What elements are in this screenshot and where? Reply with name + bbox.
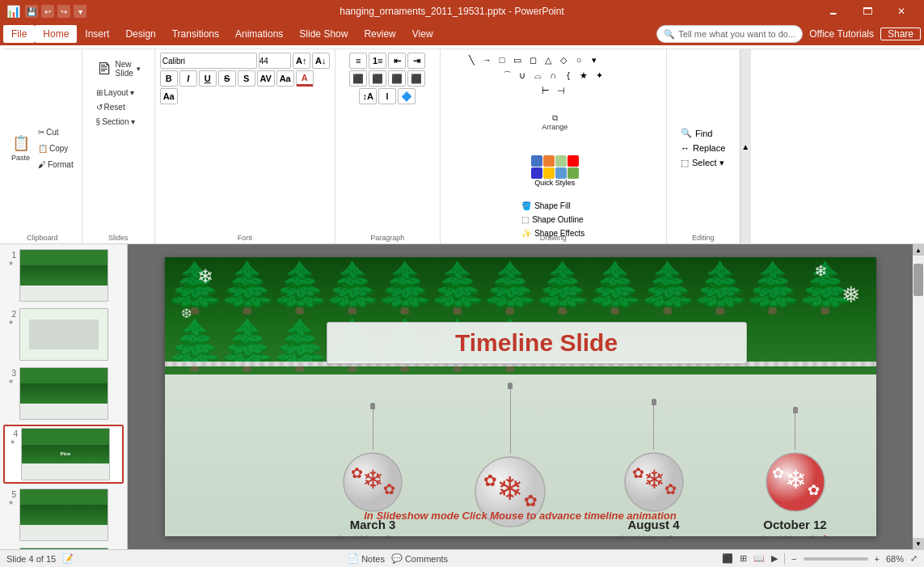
minimize-button[interactable]: 🗕 — [817, 0, 850, 23]
reset-button[interactable]: ↺Reset — [93, 99, 129, 114]
menu-transitions[interactable]: Transitions — [164, 25, 227, 43]
vertical-scrollbar[interactable]: ▲ ▼ — [913, 244, 924, 549]
format-painter-button[interactable]: 🖌Format — [35, 157, 77, 171]
shape-more[interactable]: ▾ — [587, 53, 601, 67]
fit-window-button[interactable]: ⤢ — [910, 553, 918, 564]
decrease-font-button[interactable]: A↓ — [312, 53, 330, 69]
align-center-button[interactable]: ⬛ — [369, 70, 386, 87]
shape-line[interactable]: ╲ — [464, 53, 479, 67]
align-right-button[interactable]: ⬛ — [388, 70, 406, 87]
zoom-plus-button[interactable]: + — [875, 554, 880, 564]
clear-format-button[interactable]: Aa — [160, 88, 178, 104]
menu-design[interactable]: Design — [117, 25, 163, 43]
tell-me-input[interactable]: 🔍 Tell me what you want to do... — [656, 25, 803, 43]
new-slide-button[interactable]: 🖹 NewSlide ▾ — [93, 53, 144, 85]
menu-view[interactable]: View — [404, 25, 441, 43]
comments-button[interactable]: 💬 Comments — [391, 553, 448, 564]
save-icon[interactable]: 💾 — [25, 5, 38, 18]
shape-bracket1[interactable]: { — [561, 68, 576, 83]
undo-icon[interactable]: ↩ — [41, 5, 54, 18]
shape-curve2[interactable]: ∪ — [515, 68, 530, 83]
scroll-thumb[interactable] — [913, 264, 923, 296]
text-columns-button[interactable]: ⁞ — [378, 88, 396, 104]
scroll-down-button[interactable]: ▼ — [913, 538, 924, 549]
bold-button[interactable]: B — [160, 70, 178, 87]
new-slide-dropdown[interactable]: ▾ — [137, 65, 141, 73]
view-reading-button[interactable]: 📖 — [753, 553, 765, 564]
shape-triangle[interactable]: △ — [541, 53, 555, 67]
increase-font-button[interactable]: A↑ — [293, 53, 310, 69]
shape-arrow[interactable]: → — [479, 53, 494, 67]
align-left-button[interactable]: ⬛ — [349, 70, 367, 87]
slide-thumb-2[interactable]: 2 ★ — [3, 307, 124, 362]
slide-thumb-3[interactable]: 3 ★ — [3, 366, 124, 421]
collapse-ribbon-button[interactable]: ▲ — [740, 49, 751, 243]
zoom-slider[interactable] — [804, 557, 868, 561]
shape-outline-button[interactable]: ⬚ Shape Outline — [518, 214, 588, 226]
font-color-button[interactable]: A — [296, 70, 314, 87]
strikethrough-button[interactable]: S — [218, 70, 236, 87]
quick-styles-button[interactable]: Quick Styles — [528, 146, 582, 195]
paste-button[interactable]: 📋 Paste — [8, 124, 33, 172]
numbered-list-button[interactable]: 1≡ — [369, 53, 386, 69]
slide-thumb-5[interactable]: 5 ★ — [3, 487, 124, 543]
slide-thumb-4[interactable]: 4 ★ Pine — [3, 425, 124, 484]
shape-smallshape2[interactable]: ⊣ — [554, 83, 568, 98]
shape-fill-button[interactable]: 🪣 Shape Fill — [518, 200, 588, 212]
change-case-button[interactable]: Aa — [276, 70, 294, 87]
shape-more2[interactable]: ✦ — [592, 68, 606, 83]
menu-home[interactable]: Home — [35, 25, 77, 43]
shape-star[interactable]: ★ — [576, 68, 591, 83]
shape-curve4[interactable]: ∩ — [546, 68, 560, 83]
menu-insert[interactable]: Insert — [77, 25, 117, 43]
share-button[interactable]: Share — [880, 28, 921, 40]
view-slide-sorter-button[interactable]: ⊞ — [740, 553, 747, 564]
view-slideshow-button[interactable]: ▶ — [771, 553, 778, 564]
redo-icon[interactable]: ↪ — [57, 5, 70, 18]
underline-button[interactable]: U — [199, 70, 217, 87]
scroll-track[interactable] — [913, 256, 924, 538]
menu-slideshow[interactable]: Slide Show — [291, 25, 356, 43]
slide-thumb-1[interactable]: 1 ★ — [3, 248, 124, 303]
menu-review[interactable]: Review — [356, 25, 403, 43]
select-button[interactable]: ⬚ Select ▾ — [676, 156, 730, 170]
shape-smallshape1[interactable]: ⊢ — [538, 83, 553, 98]
copy-button[interactable]: 📋Copy — [35, 141, 77, 155]
office-tutorials-link[interactable]: Office Tutorials — [803, 28, 880, 40]
text-direction-button[interactable]: ↕A — [359, 88, 377, 104]
font-name-input[interactable] — [160, 53, 257, 69]
shape-rect[interactable]: □ — [495, 53, 509, 67]
menu-file[interactable]: File — [3, 25, 35, 43]
section-button[interactable]: §Section ▾ — [93, 114, 139, 129]
cut-button[interactable]: ✂Cut — [35, 125, 77, 139]
justify-button[interactable]: ⬛ — [407, 70, 425, 87]
shape-curve1[interactable]: ⌒ — [500, 68, 514, 83]
zoom-minus-button[interactable]: − — [791, 554, 796, 564]
maximize-button[interactable]: 🗖 — [851, 0, 884, 23]
replace-button[interactable]: ↔ Replace — [676, 142, 730, 154]
layout-button[interactable]: ⊞Layout ▾ — [93, 85, 138, 99]
shape-rect3[interactable]: ◻ — [525, 53, 540, 67]
shadow-button[interactable]: S — [238, 70, 255, 87]
qs-cell1 — [531, 155, 542, 167]
bullet-list-button[interactable]: ≡ — [349, 53, 367, 69]
view-normal-button[interactable]: ⬛ — [722, 553, 733, 564]
customize-icon[interactable]: ▾ — [74, 5, 86, 18]
notes-button[interactable]: 📄 Notes — [348, 553, 385, 564]
italic-button[interactable]: I — [179, 70, 197, 87]
menu-animations[interactable]: Animations — [227, 25, 291, 43]
scroll-up-button[interactable]: ▲ — [913, 244, 924, 256]
slide-canvas[interactable]: 🌲🌲🌲🌲🌲🌲🌲🌲🌲🌲🌲🌲🌲🌲🌲🌲🌲🌲🌲🌲 ❄ ❄ ❅ ❆ Timeline Sl… — [165, 257, 876, 536]
font-size-input[interactable] — [259, 53, 291, 69]
decrease-indent-button[interactable]: ⇤ — [388, 53, 406, 69]
char-spacing-button[interactable]: AV — [257, 70, 275, 87]
shape-rect2[interactable]: ▭ — [510, 53, 525, 67]
shape-diamond[interactable]: ◇ — [556, 53, 571, 67]
arrange-button[interactable]: ⧉ Arrange — [537, 98, 572, 146]
shape-ellipse[interactable]: ○ — [572, 53, 586, 67]
increase-indent-button[interactable]: ⇥ — [407, 53, 425, 69]
shape-curve3[interactable]: ⌓ — [530, 68, 545, 83]
smart-art-button[interactable]: 🔷 — [398, 88, 416, 104]
find-button[interactable]: 🔍 Find — [676, 126, 730, 140]
close-button[interactable]: ✕ — [885, 0, 918, 23]
